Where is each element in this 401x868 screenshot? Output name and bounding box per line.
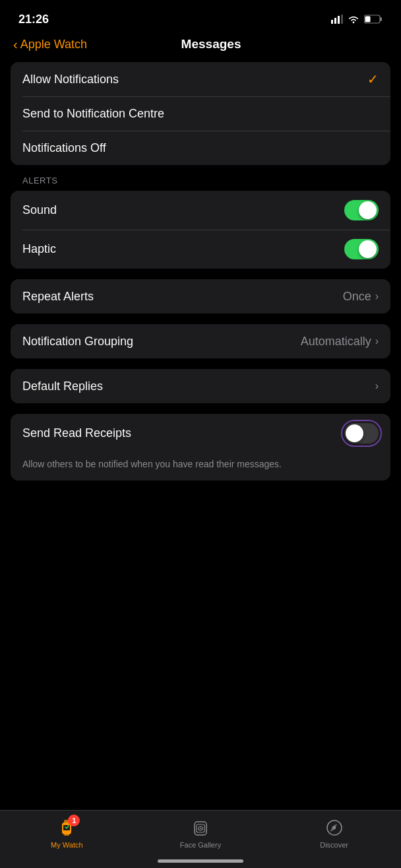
- nav-bar: ‹ Apple Watch Messages: [0, 34, 401, 62]
- default-replies-row[interactable]: Default Replies ›: [11, 369, 390, 403]
- haptic-toggle-thumb: [359, 240, 377, 258]
- alerts-section-label: ALERTS: [11, 176, 390, 191]
- allow-notifications-row[interactable]: Allow Notifications ✓: [11, 62, 390, 96]
- tab-face-gallery-icon-wrap: [191, 817, 210, 838]
- repeat-alerts-value-wrap: Once ›: [343, 290, 379, 304]
- default-replies-chevron: ›: [375, 380, 379, 392]
- send-read-receipts-description: Allow others to be notified when you hav…: [11, 453, 390, 481]
- notification-grouping-chevron: ›: [375, 335, 379, 347]
- notification-grouping-card: Notification Grouping Automatically ›: [11, 324, 390, 358]
- signal-icon: [331, 15, 343, 24]
- status-time: 21:26: [18, 13, 49, 26]
- send-notification-centre-label: Send to Notification Centre: [22, 107, 164, 121]
- svg-rect-1: [334, 18, 336, 24]
- notification-grouping-label: Notification Grouping: [22, 335, 133, 349]
- back-label: Apple Watch: [20, 38, 87, 51]
- notifications-off-row[interactable]: Notifications Off: [11, 131, 390, 165]
- tab-my-watch-icon-wrap: 1: [57, 817, 76, 838]
- tab-discover-label: Discover: [320, 841, 348, 849]
- sound-toggle-thumb: [359, 201, 377, 219]
- svg-rect-6: [381, 17, 383, 21]
- default-replies-card: Default Replies ›: [11, 369, 390, 403]
- tab-my-watch[interactable]: 1 My Watch: [40, 817, 93, 849]
- haptic-toggle[interactable]: [344, 239, 379, 259]
- allow-notifications-label: Allow Notifications: [22, 73, 119, 86]
- svg-rect-0: [331, 20, 333, 24]
- tab-discover[interactable]: Discover: [308, 817, 361, 849]
- wifi-icon: [348, 15, 359, 24]
- discover-icon: [325, 817, 344, 838]
- send-notification-centre-row[interactable]: Send to Notification Centre: [11, 96, 390, 131]
- allow-notifications-check: ✓: [367, 71, 379, 87]
- svg-rect-3: [341, 15, 343, 24]
- face-gallery-icon: [191, 817, 210, 838]
- main-content: Allow Notifications ✓ Send to Notificati…: [0, 62, 401, 481]
- sound-row[interactable]: Sound: [11, 191, 390, 230]
- tab-face-gallery[interactable]: Face Gallery: [174, 817, 227, 849]
- svg-point-18: [333, 826, 336, 829]
- repeat-alerts-card: Repeat Alerts Once ›: [11, 279, 390, 314]
- back-button[interactable]: ‹ Apple Watch: [13, 38, 87, 51]
- tab-discover-icon-wrap: [325, 817, 344, 838]
- svg-rect-10: [64, 832, 69, 836]
- repeat-alerts-chevron: ›: [375, 290, 379, 302]
- sound-toggle[interactable]: [344, 200, 379, 220]
- repeat-alerts-value: Once: [343, 290, 371, 304]
- notification-grouping-value-wrap: Automatically ›: [301, 335, 379, 349]
- alerts-card: Sound Haptic: [11, 191, 390, 269]
- repeat-alerts-label: Repeat Alerts: [22, 290, 94, 304]
- status-bar: 21:26: [0, 0, 401, 34]
- svg-point-4: [353, 22, 355, 24]
- status-icons: [331, 15, 383, 24]
- notification-options-card: Allow Notifications ✓ Send to Notificati…: [11, 62, 390, 165]
- chevron-left-icon: ‹: [13, 38, 18, 51]
- my-watch-badge: 1: [68, 815, 80, 826]
- notifications-off-label: Notifications Off: [22, 141, 106, 155]
- sound-label: Sound: [22, 203, 57, 217]
- haptic-label: Haptic: [22, 242, 56, 256]
- send-read-receipts-toggle-thumb: [346, 424, 363, 442]
- default-replies-value-wrap: ›: [374, 380, 379, 392]
- haptic-row[interactable]: Haptic: [11, 230, 390, 269]
- default-replies-label: Default Replies: [22, 380, 103, 393]
- svg-rect-7: [365, 17, 371, 22]
- page-title: Messages: [87, 37, 335, 51]
- tab-face-gallery-label: Face Gallery: [180, 841, 221, 849]
- send-read-receipts-label: Send Read Receipts: [22, 426, 131, 440]
- send-read-receipts-card: Send Read Receipts Allow others to be no…: [11, 414, 390, 481]
- notification-grouping-row[interactable]: Notification Grouping Automatically ›: [11, 324, 390, 358]
- send-read-receipts-row[interactable]: Send Read Receipts: [11, 414, 390, 453]
- home-indicator: [158, 859, 243, 863]
- notification-grouping-value: Automatically: [301, 335, 371, 349]
- repeat-alerts-row[interactable]: Repeat Alerts Once ›: [11, 279, 390, 314]
- tab-my-watch-label: My Watch: [51, 841, 83, 849]
- send-read-receipts-toggle[interactable]: [344, 423, 379, 444]
- battery-icon: [364, 15, 383, 24]
- svg-point-15: [200, 828, 201, 829]
- svg-rect-2: [338, 16, 340, 24]
